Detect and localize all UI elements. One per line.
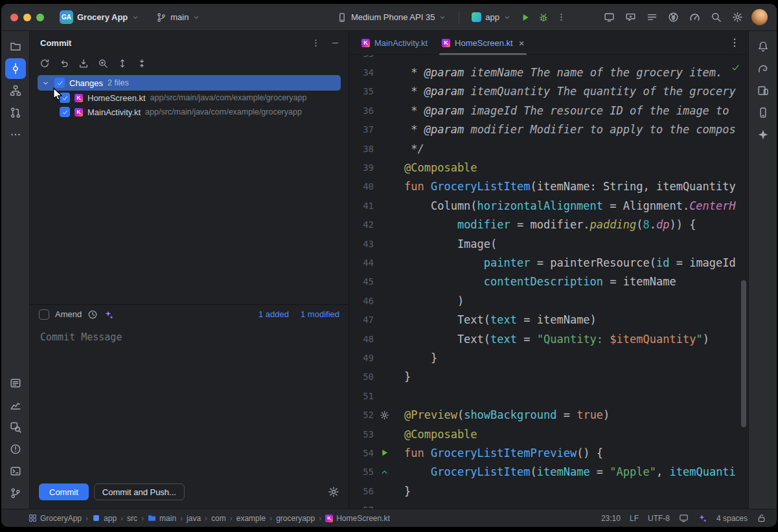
- commit-message-input[interactable]: Commit Message: [30, 324, 349, 480]
- code-editor[interactable]: 3334 * @param itemName The name of the g…: [349, 55, 748, 509]
- breadcrumb-item[interactable]: KHomeScreen.kt: [325, 514, 390, 523]
- device-mirroring-icon[interactable]: [601, 8, 618, 26]
- encoding-widget[interactable]: UTF-8: [648, 514, 670, 523]
- minimize-window-button[interactable]: [23, 14, 31, 21]
- code-line[interactable]: 44 painter = painterResource(id = imageI…: [349, 253, 748, 272]
- commit-tool-icon[interactable]: [5, 58, 26, 79]
- amend-checkbox[interactable]: [39, 309, 49, 320]
- changes-expand-chevron[interactable]: [41, 79, 50, 87]
- modified-files-link[interactable]: 1 modified: [301, 309, 339, 319]
- readonly-lock-icon[interactable]: [757, 513, 766, 523]
- line-separator-widget[interactable]: LF: [630, 514, 639, 523]
- breadcrumb-item[interactable]: GroceryApp: [29, 514, 82, 523]
- refresh-icon[interactable]: [40, 58, 50, 69]
- gemini-chat-icon[interactable]: [622, 8, 639, 26]
- run-configuration-selector[interactable]: app: [468, 10, 515, 24]
- collapse-region-icon[interactable]: [380, 467, 389, 477]
- commit-and-push-button[interactable]: Commit and Push...: [94, 483, 185, 500]
- code-line[interactable]: 46 ): [349, 291, 748, 310]
- breadcrumb-item[interactable]: app: [92, 514, 117, 523]
- tab-mainactivity-kt[interactable]: KMainActivity.kt: [354, 31, 435, 54]
- project-tool-icon[interactable]: [5, 36, 26, 57]
- close-tab-icon[interactable]: ×: [519, 38, 525, 48]
- file-checkbox[interactable]: [60, 107, 70, 117]
- tab-options-icon[interactable]: [729, 37, 740, 49]
- code-line[interactable]: 54fun GroceryListItemPreview() {: [349, 443, 748, 462]
- code-line[interactable]: 35 * @param itemQuantity The quantity of…: [349, 82, 748, 101]
- running-devices-tool-icon[interactable]: [753, 80, 773, 101]
- changes-checkbox[interactable]: [54, 78, 65, 88]
- project-selector[interactable]: GA Grocery App: [56, 8, 143, 26]
- code-line[interactable]: 50}: [349, 368, 748, 386]
- file-checkbox[interactable]: [60, 93, 70, 103]
- code-line[interactable]: 52@Preview(showBackground = true): [349, 405, 748, 424]
- code-line[interactable]: 51: [349, 386, 748, 405]
- tab-homescreen-kt[interactable]: KHomeScreen.kt×: [435, 31, 531, 54]
- changed-file-row[interactable]: KMainActivity.ktapp/src/main/java/com/ex…: [30, 105, 349, 119]
- breadcrumb-item[interactable]: java: [187, 514, 201, 523]
- commit-options-gear-icon[interactable]: [328, 486, 339, 498]
- code-line[interactable]: 33: [349, 55, 748, 63]
- debug-button[interactable]: [536, 10, 551, 25]
- close-window-button[interactable]: [10, 14, 18, 21]
- device-selector[interactable]: Medium Phone API 35: [333, 10, 450, 25]
- code-line[interactable]: 34 * @param itemName The name of the gro…: [349, 63, 748, 82]
- code-line[interactable]: 41 Column(horizontalAlignment = Alignmen…: [349, 196, 748, 215]
- rollback-icon[interactable]: [59, 58, 69, 69]
- branch-selector[interactable]: main: [152, 10, 204, 25]
- logcat-tool-icon[interactable]: [5, 373, 26, 393]
- notifications-icon[interactable]: [753, 36, 773, 57]
- code-line[interactable]: 37 * @param modifier Modifier to apply t…: [349, 120, 748, 139]
- app-inspection-tool-icon[interactable]: [5, 417, 26, 438]
- terminal-tool-icon[interactable]: [5, 461, 26, 482]
- breadcrumb-item[interactable]: com: [211, 514, 226, 523]
- code-line[interactable]: 48 Text(text = "Quantity: $itemQuantity"…: [349, 329, 748, 348]
- code-line[interactable]: 40fun GroceryListItem(itemName: String, …: [349, 177, 748, 196]
- show-diff-icon[interactable]: [98, 58, 108, 69]
- pull-requests-tool-icon[interactable]: [5, 102, 26, 123]
- hide-tool-window-icon[interactable]: [329, 37, 341, 49]
- code-line[interactable]: 53@Composable: [349, 425, 748, 443]
- code-line[interactable]: 38 */: [349, 139, 748, 158]
- changed-file-row[interactable]: KHomeScreen.ktapp/src/main/java/com/exam…: [30, 91, 349, 105]
- shelve-icon[interactable]: [78, 58, 89, 69]
- changes-node[interactable]: Changes 2 files: [38, 75, 341, 91]
- run-preview-icon[interactable]: [380, 448, 389, 458]
- code-line[interactable]: 49 }: [349, 348, 748, 367]
- inspections-ok-icon[interactable]: [731, 63, 740, 72]
- code-line[interactable]: 45 contentDescription = itemName: [349, 272, 748, 291]
- code-line[interactable]: 36 * @param imageId The resource ID of t…: [349, 101, 748, 120]
- code-line[interactable]: 55 GroceryListItem(itemName = "Apple", i…: [349, 463, 748, 482]
- collapse-all-icon[interactable]: [137, 58, 147, 69]
- structure-tool-icon[interactable]: [5, 80, 26, 101]
- build-menu-icon[interactable]: [643, 8, 661, 26]
- more-actions-icon[interactable]: [554, 10, 568, 25]
- gemini-tool-icon[interactable]: [753, 124, 773, 145]
- code-line[interactable]: 43 Image(: [349, 234, 748, 253]
- code-line[interactable]: 57: [349, 500, 748, 509]
- ai-assistant-status-icon[interactable]: [698, 513, 707, 523]
- indent-widget[interactable]: 4 spaces: [716, 514, 748, 523]
- preview-settings-icon[interactable]: [380, 410, 389, 420]
- code-line[interactable]: 47 Text(text = itemName): [349, 310, 748, 329]
- gradle-tool-icon[interactable]: [753, 58, 773, 79]
- breadcrumb-item[interactable]: src: [127, 514, 137, 523]
- commit-history-icon[interactable]: [87, 309, 98, 320]
- breadcrumb-item[interactable]: groceryapp: [276, 514, 315, 523]
- device-manager-tool-icon[interactable]: [753, 102, 773, 123]
- generate-commit-message-icon[interactable]: [104, 309, 114, 320]
- search-everywhere-icon[interactable]: [707, 8, 725, 26]
- breadcrumb-item[interactable]: main: [148, 514, 176, 523]
- expand-all-icon[interactable]: [117, 58, 128, 69]
- editor-scrollbar[interactable]: [741, 280, 746, 427]
- breadcrumb-item[interactable]: example: [236, 514, 266, 523]
- cursor-position-widget[interactable]: 23:10: [601, 514, 621, 523]
- profiler-icon[interactable]: [686, 8, 704, 26]
- code-line[interactable]: 39@Composable: [349, 158, 748, 177]
- code-line[interactable]: 42 modifier = modifier.padding(8.dp)) {: [349, 216, 748, 234]
- code-line[interactable]: 56}: [349, 482, 748, 500]
- zoom-window-button[interactable]: [36, 14, 44, 21]
- version-control-tool-icon[interactable]: [5, 483, 26, 504]
- added-files-link[interactable]: 1 added: [258, 309, 289, 319]
- avatar[interactable]: [751, 9, 768, 25]
